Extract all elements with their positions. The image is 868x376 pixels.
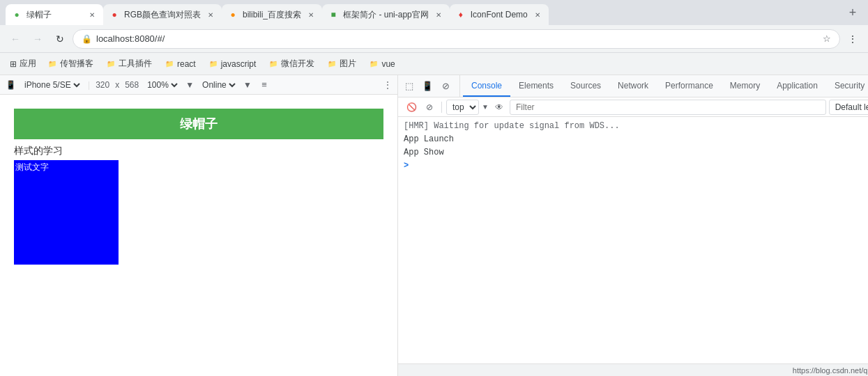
extensions-button[interactable]: ⋮ [843, 29, 862, 49]
tab-close-button[interactable]: ✕ [205, 9, 216, 20]
devtools-tab-application[interactable]: Application [768, 75, 826, 97]
devtools-tab-sources[interactable]: Sources [562, 75, 609, 97]
console-output: [HMR] Waiting for update signal from WDS… [398, 117, 868, 363]
bookmark-icon: 📁 [268, 59, 278, 69]
devtools-controls: ⬚ 📱 ⊘ [401, 75, 460, 97]
tab-tab4[interactable]: ■ 框架简介 - uni-app官网 ✕ [322, 4, 450, 25]
browser-window: ● 绿帽子 ✕ ● RGB颜色查询对照表 ✕ ● bilibili_百度搜索 ✕… [0, 0, 868, 376]
apps-grid-icon: ⊞ [10, 59, 17, 69]
bookmark-label: react [177, 59, 196, 69]
bookmark-label: 图片 [340, 58, 356, 70]
tab-tab5[interactable]: ♦ IconFont Demo ✕ [450, 4, 549, 25]
apps-button[interactable]: ⊞ 应用 [6, 55, 40, 72]
bookmark-icon: 📁 [369, 59, 379, 69]
tab-tab3[interactable]: ● bilibili_百度搜索 ✕ [222, 4, 322, 25]
device-width: 320 [96, 80, 109, 90]
tab-tab2[interactable]: ● RGB颜色查询对照表 ✕ [103, 4, 222, 25]
console-message-text: App Launch [404, 134, 454, 144]
tab-close-button[interactable]: ✕ [433, 9, 444, 20]
tab-tab1[interactable]: ● 绿帽子 ✕ [6, 4, 103, 25]
clear-console-button[interactable]: 🚫 [404, 100, 419, 115]
status-bar: https://blog.csdn.net/qq_53608000 [398, 363, 868, 376]
console-message-text: App Show [404, 148, 444, 157]
device-select[interactable]: iPhone 5/SE [22, 79, 82, 91]
reload-button[interactable]: ↻ [50, 29, 70, 49]
bookmark-icon: 📁 [327, 59, 337, 69]
lock-icon: 🔒 [82, 34, 92, 44]
tab-favicon: ■ [328, 9, 339, 20]
forward-button[interactable]: → [28, 29, 47, 49]
device-mode-button[interactable]: 📱 [419, 78, 436, 95]
device-x-label: x [115, 80, 119, 90]
bookmark-bm-chuanzhi[interactable]: 📁 传智播客 [42, 55, 99, 72]
devtools-tab-console[interactable]: Console [463, 75, 510, 97]
toolbar-separator: | [88, 80, 90, 90]
devtools-tab-performance[interactable]: Performance [657, 75, 722, 97]
address-bar: ← → ↻ 🔒 localhost:8080/#/ ☆ ⋮ [0, 25, 868, 53]
address-input[interactable]: 🔒 localhost:8080/#/ ☆ [73, 29, 840, 49]
tab-close-button[interactable]: ✕ [532, 9, 543, 20]
console-prompt-line[interactable]: > [398, 159, 868, 173]
bookmark-bm-js[interactable]: 📁 javascript [203, 56, 262, 72]
console-prompt-symbol: > [404, 161, 409, 171]
page-inner: 绿帽子 样式的学习 测试文字 [0, 109, 397, 376]
context-dropdown-icon: ▼ [482, 103, 489, 111]
console-message: App Launch [398, 133, 868, 146]
tab-close-button[interactable]: ✕ [305, 9, 317, 20]
toolbar-separator [441, 102, 442, 113]
apps-label: 应用 [20, 58, 36, 70]
browser-viewport: 📱 iPhone 5/SE | 320 x 568 100% ▼ Online … [0, 75, 397, 376]
tab-favicon: ♦ [455, 9, 466, 20]
tab-title: 绿帽子 [26, 9, 82, 21]
devtools-tab-elements[interactable]: Elements [510, 75, 562, 97]
main-area: 📱 iPhone 5/SE | 320 x 568 100% ▼ Online … [0, 75, 868, 376]
console-message: [HMR] Waiting for update signal from WDS… [398, 120, 868, 133]
bookmark-icon: 📁 [47, 59, 57, 69]
back-button[interactable]: ← [6, 29, 25, 49]
tab-title: IconFont Demo [471, 10, 528, 19]
tab-close-button[interactable]: ✕ [86, 9, 98, 20]
star-icon: ☆ [823, 33, 831, 44]
tab-title: 框架简介 - uni-app官网 [343, 9, 429, 21]
stop-recording-button[interactable]: ⊘ [437, 78, 454, 95]
devtools-tab-security[interactable]: Security [826, 75, 868, 97]
filter-button[interactable]: ⊘ [422, 100, 437, 115]
device-height: 568 [125, 80, 139, 90]
blue-box: 测试文字 [14, 160, 119, 265]
bookmark-label: javascript [221, 59, 257, 69]
page-content: 绿帽子 样式的学习 测试文字 [0, 95, 397, 376]
page-header: 绿帽子 [14, 109, 383, 139]
filter-input[interactable] [510, 100, 826, 115]
devtools-tab-memory[interactable]: Memory [722, 75, 768, 97]
tab-title: RGB颜色查询对照表 [124, 9, 201, 21]
tab-favicon: ● [109, 9, 120, 20]
toolbar-more-icon[interactable]: ⋮ [383, 80, 392, 90]
address-text: localhost:8080/#/ [96, 33, 165, 44]
inspect-element-button[interactable]: ⬚ [401, 78, 418, 95]
status-link: https://blog.csdn.net/qq_53608000 [793, 366, 868, 375]
tab-bar: ● 绿帽子 ✕ ● RGB颜色查询对照表 ✕ ● bilibili_百度搜索 ✕… [0, 0, 868, 25]
eye-button[interactable]: 👁 [492, 100, 507, 115]
bookmark-bm-tools[interactable]: 📁 工具插件 [100, 55, 158, 72]
bookmark-bm-react[interactable]: 📁 react [159, 56, 201, 72]
tab-favicon: ● [11, 9, 22, 20]
context-select[interactable]: top [446, 100, 479, 115]
device-toggle-icon[interactable]: 📱 [6, 80, 16, 90]
style-label: 样式的学习 [14, 145, 383, 157]
bookmark-bm-vue[interactable]: 📁 vue [363, 56, 400, 72]
more-options-button[interactable]: ≡ [257, 78, 271, 92]
new-tab-button[interactable]: + [843, 3, 862, 22]
network-select[interactable]: Online [199, 79, 238, 91]
levels-select[interactable]: Default levels [829, 100, 868, 115]
device-toolbar: 📱 iPhone 5/SE | 320 x 568 100% ▼ Online … [0, 75, 397, 95]
devtools-panel: ⬚ 📱 ⊘ ConsoleElementsSourcesNetworkPerfo… [397, 75, 868, 376]
console-toolbar: 🚫 ⊘ top ▼ 👁 Default levels ▼ [398, 97, 868, 117]
bookmark-bm-img[interactable]: 📁 图片 [321, 55, 362, 72]
bookmark-label: 微信开发 [281, 58, 314, 70]
bookmark-icon: 📁 [165, 59, 174, 69]
bookmark-bm-wx[interactable]: 📁 微信开发 [263, 55, 320, 72]
zoom-select[interactable]: 100% [144, 79, 180, 91]
devtools-tab-network[interactable]: Network [609, 75, 657, 97]
bookmark-label: vue [381, 59, 395, 69]
bookmark-label: 传智播客 [60, 58, 93, 70]
